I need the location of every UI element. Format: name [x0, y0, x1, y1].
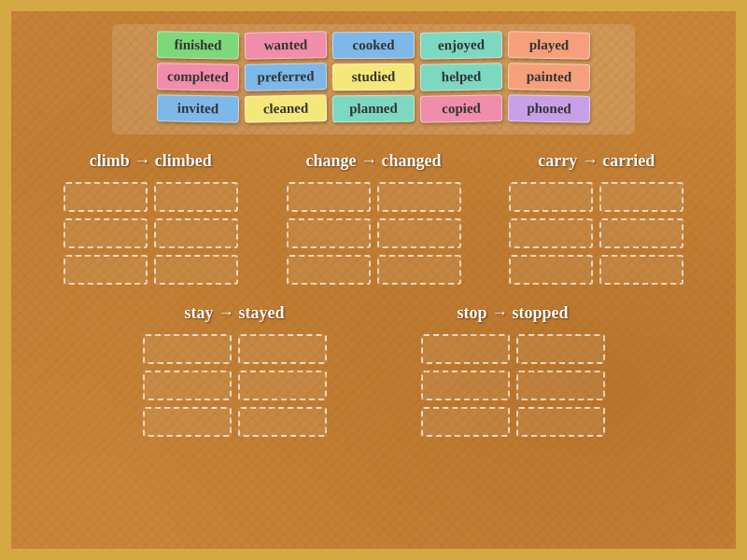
group-stop-title: stop → stopped: [457, 303, 568, 323]
drop-slot[interactable]: [421, 334, 510, 364]
group-change-title: change → changed: [306, 151, 442, 171]
group-stop: stop → stopped: [374, 303, 652, 437]
tile-phoned[interactable]: phoned: [508, 94, 590, 123]
group-stay: stay → stayed: [95, 303, 374, 437]
drop-slot[interactable]: [287, 218, 371, 248]
group-carry-slots: [509, 182, 684, 285]
drop-slot[interactable]: [421, 371, 510, 400]
group-carry: carry → carried: [485, 151, 708, 285]
drop-slot[interactable]: [63, 182, 148, 212]
tiles-row-3: invited cleaned planned copied phoned: [123, 95, 624, 122]
tiles-container: finished wanted cooked enjoyed played co…: [112, 24, 635, 134]
tile-invited[interactable]: invited: [157, 94, 239, 123]
group-climb: climb → climbed: [39, 151, 262, 285]
tile-cooked[interactable]: cooked: [332, 32, 415, 60]
drop-slot[interactable]: [509, 182, 593, 212]
drop-slot[interactable]: [154, 182, 238, 212]
drop-slot[interactable]: [377, 218, 461, 248]
groups-section: climb → climbed change → changed: [21, 151, 726, 285]
group-stay-title: stay → stayed: [185, 303, 285, 323]
drop-slot[interactable]: [377, 182, 461, 212]
group-carry-title: carry → carried: [538, 151, 655, 171]
drop-slot[interactable]: [63, 255, 148, 285]
drop-slot[interactable]: [377, 255, 461, 285]
tile-enjoyed[interactable]: enjoyed: [420, 31, 502, 60]
drop-slot[interactable]: [238, 334, 327, 364]
tile-copied[interactable]: copied: [420, 94, 502, 123]
drop-slot[interactable]: [516, 407, 605, 437]
group-climb-title: climb → climbed: [90, 151, 212, 171]
drop-slot[interactable]: [238, 371, 327, 400]
corkboard: finished wanted cooked enjoyed played co…: [0, 0, 747, 560]
group-change-slots: [287, 182, 461, 285]
tile-painted[interactable]: painted: [508, 63, 590, 91]
drop-slot[interactable]: [287, 255, 371, 285]
drop-slot[interactable]: [287, 182, 371, 212]
tile-planned[interactable]: planned: [332, 95, 415, 123]
group-climb-slots: [63, 182, 238, 285]
tile-cleaned[interactable]: cleaned: [245, 94, 327, 123]
drop-slot[interactable]: [599, 255, 684, 285]
drop-slot[interactable]: [421, 407, 510, 437]
tile-completed[interactable]: completed: [157, 63, 239, 91]
drop-slot[interactable]: [143, 371, 232, 400]
group-stay-slots: [143, 334, 327, 437]
drop-slot[interactable]: [516, 371, 605, 400]
drop-slot[interactable]: [154, 218, 238, 248]
drop-slot[interactable]: [509, 218, 593, 248]
tile-helped[interactable]: helped: [420, 63, 502, 91]
drop-slot[interactable]: [238, 407, 327, 437]
tile-preferred[interactable]: preferred: [245, 63, 327, 91]
tile-finished[interactable]: finished: [157, 31, 239, 60]
drop-slot[interactable]: [599, 218, 684, 248]
tiles-row-2: completed preferred studied helped paint…: [123, 63, 624, 91]
drop-slot[interactable]: [63, 218, 148, 248]
tile-studied[interactable]: studied: [332, 63, 415, 91]
drop-slot[interactable]: [143, 334, 232, 364]
tiles-row-1: finished wanted cooked enjoyed played: [123, 32, 624, 59]
drop-slot[interactable]: [509, 255, 593, 285]
group-change: change → changed: [262, 151, 486, 285]
bottom-section: stay → stayed stop → stopped: [21, 303, 726, 437]
tile-wanted[interactable]: wanted: [245, 31, 327, 60]
drop-slot[interactable]: [599, 182, 684, 212]
group-stop-slots: [421, 334, 605, 437]
drop-slot[interactable]: [154, 255, 238, 285]
drop-slot[interactable]: [143, 407, 232, 437]
tile-played[interactable]: played: [508, 31, 590, 60]
drop-slot[interactable]: [516, 334, 605, 364]
